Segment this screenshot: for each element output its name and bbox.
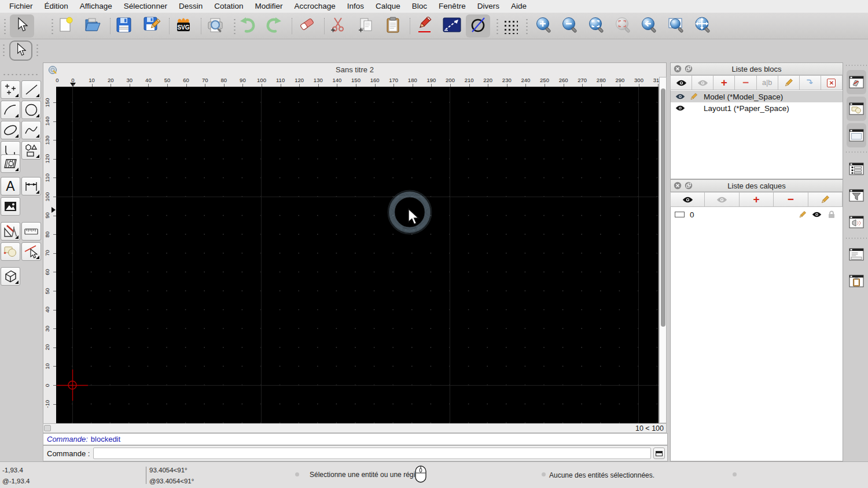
- zoom-pan-button[interactable]: [690, 14, 715, 38]
- zoom-out-button[interactable]: [557, 14, 582, 38]
- tool-shapes-button[interactable]: [1, 242, 20, 261]
- tool-creation-button[interactable]: [1, 222, 20, 241]
- paste-button[interactable]: [381, 14, 405, 38]
- dock-library-browser-button[interactable]: [847, 97, 866, 121]
- menu-item[interactable]: Accrochage: [288, 0, 341, 13]
- menu-item[interactable]: Divers: [472, 0, 505, 13]
- menu-item[interactable]: Dessin: [173, 0, 208, 13]
- tool-hatch-button[interactable]: [1, 154, 20, 173]
- dock-command-widget-button[interactable]: [847, 123, 866, 147]
- tool-points-button[interactable]: [1, 80, 20, 99]
- remove-layer-button[interactable]: −: [773, 192, 808, 207]
- command-input[interactable]: [93, 448, 651, 459]
- toolbar-handle[interactable]: [2, 43, 5, 58]
- menu-item[interactable]: Bloc: [406, 0, 433, 13]
- dock-block-list-button[interactable]: [847, 70, 866, 94]
- tool-image-button[interactable]: [1, 197, 20, 216]
- zoom-auto-button[interactable]: [584, 14, 608, 38]
- tool-spline-button[interactable]: [21, 121, 41, 139]
- menu-item[interactable]: Sélectionner: [118, 0, 173, 13]
- palette-handle[interactable]: [2, 73, 39, 76]
- v-scrollbar[interactable]: [659, 77, 667, 423]
- undo-button[interactable]: [235, 14, 259, 38]
- drawing-window-titlebar[interactable]: Sans titre 2: [43, 62, 667, 76]
- show-all-layers-button[interactable]: [670, 192, 705, 207]
- eraser-button[interactable]: [295, 14, 319, 38]
- cut-button[interactable]: [326, 14, 351, 38]
- menu-item[interactable]: Fichier: [3, 0, 39, 13]
- pencil-icon[interactable]: [798, 210, 807, 219]
- close-icon[interactable]: [674, 65, 682, 73]
- selection-distance-button[interactable]: [440, 14, 464, 38]
- new-file-button[interactable]: [53, 14, 78, 38]
- layer-color-swatch[interactable]: [675, 212, 685, 217]
- tool-measure-button[interactable]: [21, 222, 41, 241]
- float-icon[interactable]: [685, 65, 693, 73]
- tool-solid-3d-button[interactable]: [1, 267, 20, 286]
- menu-item[interactable]: Calque: [370, 0, 406, 13]
- toolbar-handle[interactable]: [36, 43, 39, 58]
- h-scrollbar[interactable]: 10 < 100: [43, 423, 667, 433]
- h-scrollbar-thumb[interactable]: [44, 425, 51, 431]
- redo-button[interactable]: [262, 14, 286, 38]
- block-row-layout1[interactable]: Layout1 (*Paper_Space): [671, 102, 843, 114]
- dock-handle[interactable]: [845, 64, 868, 66]
- menu-item[interactable]: Fenêtre: [433, 0, 472, 13]
- layer-row-0[interactable]: 0: [671, 209, 843, 220]
- lock-icon[interactable]: [828, 210, 835, 219]
- tool-circle-button[interactable]: [21, 101, 41, 119]
- dock-clipboard-button[interactable]: [847, 269, 866, 293]
- dock-layer-filter-button[interactable]: [847, 183, 866, 208]
- eye-icon[interactable]: [812, 211, 822, 218]
- open-file-button[interactable]: [80, 14, 105, 38]
- zoom-back-button[interactable]: [637, 14, 661, 38]
- tool-select-entity-button[interactable]: [21, 242, 41, 261]
- insert-block-button[interactable]: [799, 75, 821, 90]
- block-row-model[interactable]: Model (*Model_Space): [671, 91, 843, 102]
- toolbar-handle[interactable]: [3, 18, 6, 34]
- menu-item[interactable]: Édition: [39, 0, 74, 13]
- delete-block-button[interactable]: ✕: [821, 75, 843, 90]
- edit-block-button[interactable]: [778, 75, 800, 90]
- tool-polygon-button[interactable]: [21, 141, 41, 160]
- save-as-button[interactable]: [139, 14, 164, 38]
- current-action-select-button[interactable]: [9, 40, 32, 61]
- tool-line-button[interactable]: [21, 80, 41, 99]
- eye-icon[interactable]: [675, 93, 685, 100]
- save-button[interactable]: [112, 14, 136, 38]
- menu-item[interactable]: Cotation: [208, 0, 249, 13]
- print-preview-button[interactable]: [203, 14, 227, 38]
- drawing-area[interactable]: [56, 87, 659, 423]
- zoom-window-button[interactable]: [664, 14, 688, 38]
- dock-layer-list-button[interactable]: [847, 157, 866, 181]
- menu-item[interactable]: Modifier: [249, 0, 288, 13]
- circle-line-button[interactable]: [466, 14, 490, 38]
- zoom-in-button[interactable]: [531, 14, 556, 38]
- remove-block-button[interactable]: −: [734, 75, 756, 90]
- select-arrow-button[interactable]: [10, 14, 34, 38]
- tool-dimension-button[interactable]: [21, 177, 41, 195]
- grid-toggle-button[interactable]: [498, 14, 522, 38]
- svg-export-button[interactable]: SVG: [171, 14, 196, 38]
- add-block-button[interactable]: +: [713, 75, 735, 90]
- pencil-icon[interactable]: [689, 93, 698, 101]
- command-detach-button[interactable]: [653, 448, 665, 459]
- v-scrollbar-thumb[interactable]: [661, 88, 665, 327]
- toolbar-handle[interactable]: [525, 18, 528, 34]
- close-icon[interactable]: [674, 182, 682, 190]
- menu-item[interactable]: Affichage: [74, 0, 118, 13]
- hide-all-layers-button[interactable]: [704, 192, 739, 207]
- add-layer-button[interactable]: +: [739, 192, 774, 207]
- zoom-previous-button[interactable]: [610, 14, 635, 38]
- edit-layer-button[interactable]: [808, 192, 843, 207]
- tool-ellipse-button[interactable]: [1, 121, 20, 139]
- hide-all-blocks-button[interactable]: [692, 75, 713, 90]
- show-all-blocks-button[interactable]: [670, 75, 692, 90]
- tool-text-button[interactable]: A: [1, 177, 20, 195]
- menu-item[interactable]: Infos: [341, 0, 370, 13]
- eye-icon[interactable]: [675, 105, 685, 112]
- rename-block-button[interactable]: a|b: [756, 75, 778, 90]
- float-icon[interactable]: [685, 182, 693, 190]
- draw-pen-button[interactable]: [413, 14, 437, 38]
- menu-item[interactable]: Aide: [505, 0, 532, 13]
